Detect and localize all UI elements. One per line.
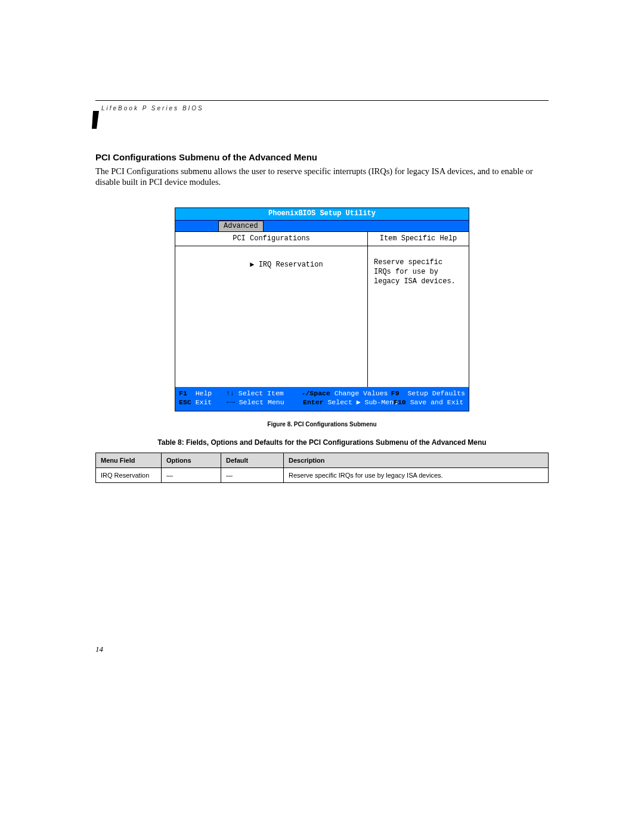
bios-left-pane: PCI Configurations ▶ IRQ Reservation xyxy=(175,232,368,387)
bios-right-pane: Item Specific Help Reserve specific IRQs… xyxy=(368,232,469,387)
bios-title-bar: PhoenixBIOS Setup Utility xyxy=(175,208,469,221)
figure-caption: Figure 8. PCI Configurations Submenu xyxy=(95,421,549,428)
th-options: Options xyxy=(162,453,221,467)
bios-window: PhoenixBIOS Setup Utility Advanced PCI C… xyxy=(175,208,469,411)
bios-right-header: Item Specific Help xyxy=(368,232,469,247)
table-caption: Table 8: Fields, Options and Defaults fo… xyxy=(95,438,549,447)
table-header-row: Menu Field Options Default Description xyxy=(96,453,549,467)
key-updown[interactable]: ↑↓ xyxy=(226,389,234,398)
triangle-right-icon: ▶ xyxy=(250,261,258,269)
content: PCI Configurations Submenu of the Advanc… xyxy=(95,152,549,483)
label-change-values: Change Values xyxy=(335,389,388,398)
menu-item-label: IRQ Reservation xyxy=(259,261,323,269)
menu-item-irq-reservation[interactable]: ▶ IRQ Reservation xyxy=(181,251,361,279)
bios-panel: PCI Configurations ▶ IRQ Reservation Ite… xyxy=(175,231,469,387)
key-leftright[interactable]: ←→ xyxy=(227,398,235,407)
key-f10[interactable]: F10 xyxy=(394,398,406,407)
label-help: Help xyxy=(196,389,212,398)
bios-footer: F1 Help ↑↓ Select Item -/Space Change Va… xyxy=(175,387,469,411)
key-f9[interactable]: F9 xyxy=(391,389,400,398)
running-head: LifeBook P Series BIOS xyxy=(101,105,204,112)
label-select-submenu: Select ▶ Sub-Menu xyxy=(327,398,397,407)
options-table: Menu Field Options Default Description I… xyxy=(95,453,549,483)
label-select-menu: Select Menu xyxy=(239,398,284,407)
th-description: Description xyxy=(284,453,549,467)
th-default: Default xyxy=(221,453,284,467)
bios-tab-row: Advanced xyxy=(175,221,469,231)
page: LifeBook P Series BIOS PCI Configuration… xyxy=(0,0,644,833)
td-menu-field: IRQ Reservation xyxy=(96,467,162,482)
key-minus-space[interactable]: -/Space xyxy=(302,389,330,398)
key-enter[interactable]: Enter xyxy=(303,398,324,407)
th-menu-field: Menu Field xyxy=(96,453,162,467)
bios-left-body: ▶ IRQ Reservation xyxy=(175,246,367,386)
bios-left-header: PCI Configurations xyxy=(175,232,367,247)
key-esc[interactable]: ESC xyxy=(179,398,191,407)
label-exit: Exit xyxy=(196,398,212,407)
td-default: — xyxy=(221,467,284,482)
key-f1[interactable]: F1 xyxy=(179,389,187,398)
td-description: Reserve specific IRQs for use by legacy … xyxy=(284,467,549,482)
corner-mark-icon xyxy=(91,111,101,130)
tab-advanced[interactable]: Advanced xyxy=(218,221,264,231)
label-setup-defaults: Setup Defaults xyxy=(407,389,465,398)
td-options: — xyxy=(162,467,221,482)
bios-footer-row-2: ESC Exit ←→ Select Menu Enter Select ▶ S… xyxy=(179,398,465,407)
label-save-exit: Save and Exit xyxy=(410,398,464,407)
bios-help-text: Reserve specific IRQs for use by legacy … xyxy=(368,246,469,386)
page-number: 14 xyxy=(95,645,103,654)
header-rule xyxy=(95,100,549,101)
body-text: The PCI Configurations submenu allows th… xyxy=(95,166,549,187)
bios-footer-row-1: F1 Help ↑↓ Select Item -/Space Change Va… xyxy=(179,389,465,398)
label-select-item: Select Item xyxy=(239,389,284,398)
section-heading: PCI Configurations Submenu of the Advanc… xyxy=(95,152,549,162)
table-row: IRQ Reservation — — Reserve specific IRQ… xyxy=(96,467,549,482)
bios-screenshot: PhoenixBIOS Setup Utility Advanced PCI C… xyxy=(175,208,469,411)
